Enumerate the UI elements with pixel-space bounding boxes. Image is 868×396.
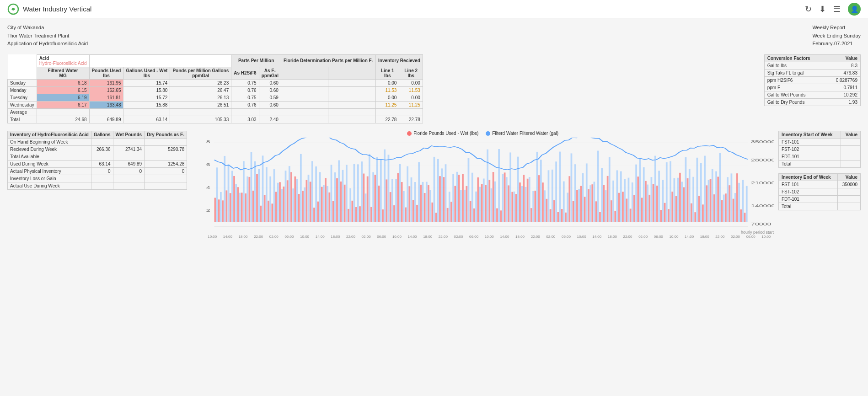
svg-rect-255 — [672, 192, 674, 222]
svg-rect-34 — [251, 152, 252, 222]
inv-end-title: Inventory End of Week — [779, 173, 838, 181]
inventory-row: Recieved During Week266.362741.345290.78 — [8, 145, 187, 153]
svg-rect-275 — [710, 179, 712, 223]
inventory-row: Actual Use During Week — [8, 182, 187, 189]
svg-rect-160 — [491, 188, 493, 222]
svg-rect-164 — [498, 149, 500, 222]
chart-section: Floride Pounds Used - Wet (lbs) Filterd … — [192, 131, 774, 239]
svg-rect-123 — [420, 185, 422, 222]
svg-rect-24 — [231, 171, 233, 223]
svg-rect-294 — [746, 186, 748, 222]
inventory-title: Inventory of HydroFluorosilicic Acid — [8, 131, 91, 138]
inventory-end-table: Inventory End of Week Value FST-10135000… — [778, 173, 861, 210]
floride-header: Floride Determination Parts per Million … — [281, 54, 375, 67]
download-icon[interactable]: ⬇ — [819, 4, 826, 14]
svg-rect-168 — [506, 177, 508, 222]
svg-rect-112 — [399, 164, 401, 222]
svg-rect-144 — [460, 190, 462, 222]
svg-rect-152 — [476, 192, 477, 222]
svg-rect-165 — [500, 210, 502, 222]
avatar[interactable]: 👤 — [848, 3, 861, 16]
inventory-start-table: Inventory Start of Week Value FST-101FST… — [778, 131, 861, 168]
svg-rect-293 — [744, 213, 746, 222]
svg-text:280000: 280000 — [751, 158, 774, 162]
svg-rect-242 — [647, 185, 649, 222]
svg-rect-277 — [713, 194, 715, 222]
svg-rect-205 — [576, 190, 578, 223]
svg-rect-156 — [483, 179, 485, 223]
svg-rect-111 — [397, 173, 399, 222]
svg-rect-20 — [224, 156, 226, 222]
acid-type: Hydro-Fluorosilicic Acid — [39, 61, 87, 66]
svg-rect-27 — [237, 187, 239, 222]
menu-icon[interactable]: ☰ — [833, 4, 841, 14]
svg-rect-157 — [485, 185, 487, 222]
svg-rect-82 — [342, 170, 344, 222]
svg-rect-261 — [683, 187, 685, 222]
svg-rect-42 — [266, 167, 268, 223]
svg-text:8: 8 — [206, 139, 210, 144]
report-type: Weekly Report — [812, 24, 861, 32]
svg-rect-31 — [245, 193, 247, 222]
inventory-row: Actual Physical Inventory000 — [8, 167, 187, 175]
svg-rect-234 — [632, 182, 633, 222]
svg-rect-192 — [552, 170, 553, 222]
svg-rect-116 — [407, 166, 409, 222]
ppm-header: Parts Per Million — [231, 54, 281, 67]
svg-rect-247 — [656, 186, 658, 222]
inv-start-row: FST-102 — [779, 145, 861, 153]
svg-rect-159 — [489, 180, 491, 222]
svg-rect-126 — [426, 182, 428, 222]
svg-rect-16 — [216, 167, 218, 222]
svg-rect-132 — [437, 159, 439, 222]
svg-rect-91 — [359, 206, 361, 222]
svg-rect-113 — [401, 182, 403, 222]
svg-rect-231 — [626, 199, 628, 223]
svg-rect-130 — [434, 157, 435, 222]
svg-rect-72 — [323, 185, 325, 222]
inv-start-row: Total — [779, 160, 861, 167]
svg-rect-142 — [456, 172, 458, 222]
svg-rect-28 — [239, 193, 241, 222]
topbar-icons: ↻ ⬇ ☰ 👤 — [805, 3, 861, 16]
svg-rect-250 — [662, 180, 664, 222]
svg-rect-158 — [487, 150, 489, 222]
svg-rect-141 — [455, 186, 456, 223]
svg-rect-223 — [611, 200, 612, 222]
svg-rect-285 — [729, 185, 731, 222]
svg-rect-194 — [556, 161, 557, 222]
main-table-section: Acid Hydro-Fluorosilicic Acid Parts Per … — [7, 54, 755, 123]
svg-rect-260 — [681, 182, 683, 222]
conversion-factors-section: Conversion Factors Value Gal to lbs8.3St… — [764, 54, 861, 106]
table-row: Average — [8, 108, 423, 116]
inventory-start-section: Inventory Start of Week Value FST-101FST… — [778, 131, 861, 168]
svg-rect-243 — [649, 195, 651, 222]
svg-rect-39 — [260, 206, 262, 222]
svg-rect-161 — [493, 172, 494, 222]
main-data-table: Acid Hydro-Fluorosilicic Acid Parts Per … — [7, 54, 423, 123]
svg-rect-128 — [430, 190, 432, 222]
conversion-row: ppm F-0.7911 — [764, 84, 860, 91]
svg-rect-196 — [559, 152, 561, 222]
svg-rect-267 — [695, 212, 697, 222]
svg-rect-133 — [439, 176, 441, 222]
report-left: City of Wakanda Thor Water Treatment Pla… — [7, 24, 88, 48]
svg-rect-55 — [291, 172, 293, 222]
chart-x-labels: 10:0014:0018:0022:0002:0006:0010:0014:00… — [192, 235, 774, 239]
svg-rect-108 — [391, 179, 393, 222]
svg-rect-118 — [411, 177, 413, 222]
svg-rect-66 — [311, 161, 313, 222]
svg-rect-278 — [716, 171, 718, 222]
svg-rect-70 — [319, 172, 321, 222]
conversion-row: ppm H2SiF60.0287769 — [764, 76, 860, 84]
svg-rect-172 — [514, 192, 515, 222]
svg-rect-211 — [588, 189, 589, 222]
svg-rect-44 — [270, 177, 272, 222]
svg-rect-101 — [378, 186, 380, 222]
refresh-icon[interactable]: ↻ — [805, 4, 812, 14]
inv-start-value-header: Value — [841, 131, 861, 138]
svg-rect-227 — [618, 193, 620, 222]
svg-rect-170 — [510, 153, 512, 223]
svg-rect-25 — [234, 176, 236, 222]
svg-rect-210 — [586, 164, 588, 223]
